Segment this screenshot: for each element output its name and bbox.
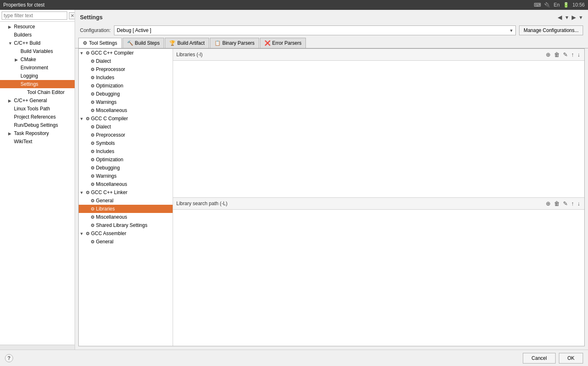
tab-label-build-artifact: Build Artifact (177, 40, 205, 46)
sidebar-item-task-repository[interactable]: ▶Task Repository (0, 129, 75, 137)
tree-item-label: Run/Debug Settings (14, 122, 58, 128)
node-label-miscellaneous-c: Miscellaneous (96, 181, 127, 187)
config-select[interactable]: Debug [ Active ] (114, 25, 516, 35)
settings-tree-panel: ▼⚙GCC C++ Compiler⚙Dialect⚙Preprocessor⚙… (79, 49, 173, 346)
edit-path-button[interactable]: ✎ (562, 199, 569, 208)
node-icon-dialect-cpp: ⚙ (91, 59, 95, 64)
sidebar-item-logging[interactable]: Logging (0, 72, 75, 80)
node-icon-gcc-c-compiler: ⚙ (86, 116, 90, 121)
delete-library-button[interactable]: 🗑 (553, 50, 561, 59)
tree-node-warnings-c[interactable]: ⚙Warnings (79, 172, 173, 180)
node-icon-general-linker: ⚙ (91, 198, 95, 204)
tree-node-dialect-c[interactable]: ⚙Dialect (79, 123, 173, 131)
sidebar-item-tool-chain-editor[interactable]: Tool Chain Editor (0, 88, 75, 96)
tree-item-label: Tool Chain Editor (27, 89, 64, 95)
delete-path-button[interactable]: 🗑 (553, 199, 561, 208)
tab-tool-settings[interactable]: ⚙Tool Settings (78, 38, 122, 48)
clock: 10:56 (572, 2, 585, 8)
tree-node-gcc-cpp-compiler[interactable]: ▼⚙GCC C++ Compiler (79, 49, 173, 57)
nav-forward-dropdown-button[interactable]: ▾ (579, 13, 583, 21)
move-lib-down-button[interactable]: ↓ (577, 50, 581, 59)
tree-node-optimization-cpp[interactable]: ⚙Optimization (79, 82, 173, 90)
sidebar-item-environment[interactable]: Environment (0, 64, 75, 72)
node-label-warnings-c: Warnings (96, 173, 116, 179)
bottom-bar: ? Cancel OK (0, 350, 588, 366)
sidebar-item-wikitext[interactable]: WikiText (0, 137, 75, 146)
tree-node-debugging-cpp[interactable]: ⚙Debugging (79, 90, 173, 98)
tree-item-label: Linux Tools Path (14, 106, 50, 112)
tree-node-miscellaneous-linker[interactable]: ⚙Miscellaneous (79, 213, 173, 221)
edit-library-button[interactable]: ✎ (562, 50, 569, 59)
tree-item-label: Environment (21, 65, 48, 71)
node-label-warnings-cpp: Warnings (96, 99, 116, 105)
tree-node-preprocessor-c[interactable]: ⚙Preprocessor (79, 131, 173, 139)
tool-settings-pane: ▼⚙GCC C++ Compiler⚙Dialect⚙Preprocessor⚙… (78, 48, 585, 346)
filter-input[interactable] (2, 11, 67, 20)
tab-binary-parsers[interactable]: 📋Binary Parsers (210, 38, 259, 48)
node-icon-dialect-c: ⚙ (91, 124, 95, 130)
add-path-button[interactable]: ⊕ (545, 199, 552, 208)
sidebar-item-run-debug-settings[interactable]: Run/Debug Settings (0, 121, 75, 129)
tree-node-miscellaneous-c[interactable]: ⚙Miscellaneous (79, 180, 173, 188)
sidebar-item-ccpp-build[interactable]: ▼C/C++ Build (0, 39, 75, 47)
tree-item-label: Build Variables (21, 48, 53, 54)
node-label-gcc-c-compiler: GCC C Compiler (91, 116, 128, 121)
node-label-general-assembler: General (96, 239, 114, 245)
node-icon-shared-library-settings: ⚙ (91, 223, 95, 228)
arrow-icon: ▶ (8, 25, 12, 29)
ok-button[interactable]: OK (559, 353, 583, 364)
nav-back-dropdown-button[interactable]: ▾ (565, 13, 569, 21)
sidebar-item-builders[interactable]: Builders (0, 31, 75, 39)
help-button[interactable]: ? (5, 354, 13, 362)
sidebar-item-project-references[interactable]: Project References (0, 113, 75, 121)
tree-node-symbols-c[interactable]: ⚙Symbols (79, 139, 173, 147)
tab-build-steps[interactable]: 🔨Build Steps (123, 38, 164, 48)
sidebar-item-ccpp-general[interactable]: ▶C/C++ General (0, 96, 75, 105)
move-path-up-button[interactable]: ↑ (570, 199, 575, 208)
node-icon-debugging-c: ⚙ (91, 165, 95, 171)
node-icon-miscellaneous-c: ⚙ (91, 182, 95, 187)
node-label-general-linker: General (96, 198, 114, 204)
tree-node-gcc-c-compiler[interactable]: ▼⚙GCC C Compiler (79, 114, 173, 123)
sidebar-item-build-variables[interactable]: Build Variables (0, 47, 75, 55)
node-icon-gcc-cpp-compiler: ⚙ (86, 50, 90, 56)
cancel-button[interactable]: Cancel (523, 353, 555, 364)
libraries-panel: Libraries (-l) ⊕ 🗑 ✎ ↑ ↓ (173, 49, 584, 198)
tab-build-artifact[interactable]: 🏆Build Artifact (165, 38, 209, 48)
filter-clear-button[interactable]: ✕ (69, 12, 75, 19)
move-path-down-button[interactable]: ↓ (577, 199, 581, 208)
library-search-panel-title: Library search path (-L) (176, 201, 228, 206)
tree-node-preprocessor-cpp[interactable]: ⚙Preprocessor (79, 65, 173, 73)
tree-node-general-linker[interactable]: ⚙General (79, 197, 173, 205)
tree-node-general-assembler[interactable]: ⚙General (79, 238, 173, 246)
tree-node-dialect-cpp[interactable]: ⚙Dialect (79, 57, 173, 65)
tree-node-miscellaneous-cpp[interactable]: ⚙Miscellaneous (79, 106, 173, 114)
tree-node-includes-c[interactable]: ⚙Includes (79, 147, 173, 156)
tab-label-tool-settings: Tool Settings (89, 40, 117, 46)
node-label-preprocessor-cpp: Preprocessor (96, 66, 125, 72)
nav-forward-button[interactable]: ▶ (571, 13, 577, 21)
library-search-toolbar: ⊕ 🗑 ✎ ↑ ↓ (545, 199, 581, 208)
tree-node-warnings-cpp[interactable]: ⚙Warnings (79, 98, 173, 106)
sidebar-item-cmake[interactable]: ▶CMake (0, 55, 75, 64)
tree-node-debugging-c[interactable]: ⚙Debugging (79, 164, 173, 172)
sidebar-item-resource[interactable]: ▶Resource (0, 23, 75, 31)
nav-back-button[interactable]: ◀ (557, 13, 563, 21)
move-lib-up-button[interactable]: ↑ (570, 50, 575, 59)
sidebar-scrollbar[interactable] (0, 345, 75, 350)
bottom-right: Cancel OK (523, 353, 583, 364)
tab-error-parsers[interactable]: ❌Error Parsers (260, 38, 306, 48)
add-library-button[interactable]: ⊕ (545, 50, 552, 59)
tree-node-shared-library-settings[interactable]: ⚙Shared Library Settings (79, 221, 173, 229)
sidebar-item-settings[interactable]: Settings (0, 80, 75, 88)
sidebar-item-linux-tools-path[interactable]: Linux Tools Path (0, 105, 75, 113)
tree-node-optimization-c[interactable]: ⚙Optimization (79, 156, 173, 164)
tree-node-gcc-cpp-linker[interactable]: ▼⚙GCC C++ Linker (79, 188, 173, 197)
tree-node-libraries-linker[interactable]: ⚙Libraries (79, 205, 173, 213)
node-label-debugging-cpp: Debugging (96, 91, 120, 97)
battery-icon: 🔋 (563, 2, 569, 8)
titlebar: Properties for ctest ⌨ 🔌 En 🔋 10:56 (0, 0, 588, 10)
manage-configurations-button[interactable]: Manage Configurations... (519, 25, 583, 35)
tree-node-includes-cpp[interactable]: ⚙Includes (79, 73, 173, 82)
tree-node-gcc-assembler[interactable]: ▼⚙GCC Assembler (79, 229, 173, 238)
